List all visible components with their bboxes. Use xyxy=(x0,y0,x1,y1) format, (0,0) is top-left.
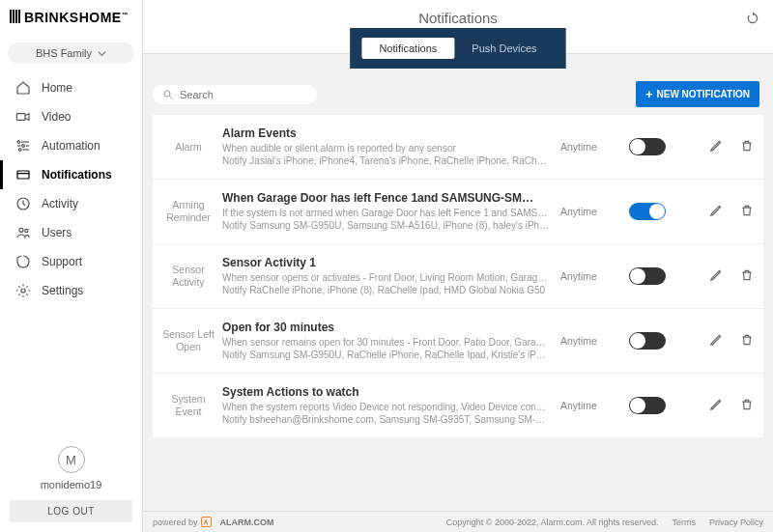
alarm-logo-text: ALARM.COM xyxy=(220,518,274,527)
sidebar-item-notifications[interactable]: Notifications xyxy=(0,160,142,189)
svg-rect-0 xyxy=(16,114,25,121)
search-input-wrap[interactable] xyxy=(153,85,317,104)
row-category: Alarm xyxy=(162,141,222,154)
delete-icon[interactable] xyxy=(740,268,754,285)
delete-icon[interactable] xyxy=(740,139,754,155)
notification-row: AlarmAlarm EventsWhen audible or silent … xyxy=(153,115,763,180)
automation-icon xyxy=(14,138,32,154)
sidebar-item-users[interactable]: Users xyxy=(0,218,142,247)
row-notify: Notify bsheehan@Brinkshome.com, Samsung … xyxy=(222,413,551,426)
sidebar-item-video[interactable]: Video xyxy=(0,102,142,131)
notification-row: System EventSystem Actions to watchWhen … xyxy=(153,374,763,437)
row-description: When sensor remains open for 30 minutes … xyxy=(222,336,551,349)
sidebar-item-support[interactable]: Support xyxy=(0,247,142,276)
notification-row: Sensor Left OpenOpen for 30 minutesWhen … xyxy=(153,309,763,374)
row-toggle[interactable] xyxy=(629,138,666,155)
row-title: When Garage Door has left Fence 1and SAM… xyxy=(222,191,551,205)
alarm-logo-mark: ∧ xyxy=(201,517,212,527)
row-toggle[interactable] xyxy=(629,267,666,285)
chevron-down-icon xyxy=(98,49,106,58)
svg-point-12 xyxy=(25,229,28,232)
system-selector[interactable]: BHS Family xyxy=(8,42,134,64)
activity-icon xyxy=(14,196,32,211)
sidebar-item-settings[interactable]: Settings xyxy=(0,276,142,305)
users-icon xyxy=(14,225,32,240)
svg-line-15 xyxy=(170,96,173,98)
notification-row: Arming ReminderWhen Garage Door has left… xyxy=(153,180,763,244)
row-schedule: Anytime xyxy=(560,335,609,347)
delete-icon[interactable] xyxy=(740,398,754,414)
row-title: Sensor Activity 1 xyxy=(222,256,551,269)
privacy-link[interactable]: Privacy Policy xyxy=(709,518,763,527)
row-category: Arming Reminder xyxy=(162,199,222,223)
username: monidemo19 xyxy=(41,479,102,490)
row-title: Open for 30 minutes xyxy=(222,321,551,334)
row-schedule: Anytime xyxy=(560,400,609,411)
sidebar-item-label: Support xyxy=(42,255,82,268)
sidebar-item-label: Video xyxy=(42,110,71,124)
row-category: Sensor Activity xyxy=(162,264,222,288)
row-description: When sensor opens or activates - Front D… xyxy=(222,271,551,284)
svg-point-11 xyxy=(19,228,23,232)
row-title: Alarm Events xyxy=(222,126,551,140)
row-description: When audible or silent alarm is reported… xyxy=(222,142,551,154)
search-input[interactable] xyxy=(180,89,296,100)
svg-point-14 xyxy=(164,91,170,97)
sidebar-item-home[interactable]: Home xyxy=(0,73,142,102)
system-name: BHS Family xyxy=(36,47,92,59)
sidebar-item-label: Notifications xyxy=(42,168,112,182)
delete-icon[interactable] xyxy=(740,204,754,220)
settings-icon xyxy=(14,283,32,298)
sidebar-item-label: Settings xyxy=(42,284,83,297)
terms-link[interactable]: Terms xyxy=(672,518,696,527)
tab-notifications[interactable]: Notifications xyxy=(361,38,454,59)
brand-text: BRINKSHOME xyxy=(24,10,122,25)
delete-icon[interactable] xyxy=(740,333,754,350)
tab-push-devices[interactable]: Push Devices xyxy=(454,38,554,59)
copyright: Copyright © 2000-2022, Alarm.com. All ri… xyxy=(446,518,659,527)
sidebar-item-label: Automation xyxy=(42,139,100,153)
row-schedule: Anytime xyxy=(560,206,609,217)
sidebar-item-label: Home xyxy=(42,81,72,95)
notification-row: Sensor ActivitySensor Activity 1When sen… xyxy=(153,244,763,309)
edit-icon[interactable] xyxy=(709,204,723,220)
avatar[interactable]: M xyxy=(58,446,85,473)
row-title: System Actions to watch xyxy=(222,385,551,399)
sidebar-item-automation[interactable]: Automation xyxy=(0,131,142,160)
support-icon xyxy=(14,254,32,269)
edit-icon[interactable] xyxy=(709,139,723,155)
logout-button[interactable]: LOG OUT xyxy=(10,500,132,522)
svg-point-6 xyxy=(18,149,21,152)
page-title: Notifications xyxy=(418,10,498,26)
video-icon xyxy=(14,109,32,125)
row-toggle[interactable] xyxy=(629,397,666,414)
edit-icon[interactable] xyxy=(709,268,723,285)
row-schedule: Anytime xyxy=(560,270,609,282)
svg-point-1 xyxy=(17,141,20,144)
row-toggle[interactable] xyxy=(629,203,666,220)
sidebar-item-activity[interactable]: Activity xyxy=(0,189,142,218)
row-description: If the system is not armed when Garage D… xyxy=(222,207,551,219)
edit-icon[interactable] xyxy=(709,398,723,414)
row-description: When the system reports Video Device not… xyxy=(222,401,551,413)
sidebar-item-label: Users xyxy=(42,226,72,239)
row-notify: Notify RaChelle iPhone, iPhone (8), RaCh… xyxy=(222,284,551,296)
edit-icon[interactable] xyxy=(709,333,723,350)
row-notify: Notify Samsung SM-G950U, RaChelle iPhone… xyxy=(222,349,551,361)
refresh-icon[interactable] xyxy=(746,12,759,28)
row-notify: Notify Jasial's iPhone, iPhone4, Tarena'… xyxy=(222,154,551,167)
new-notification-button[interactable]: + NEW NOTIFICATION xyxy=(636,81,759,107)
svg-point-3 xyxy=(22,145,25,148)
search-icon xyxy=(162,89,174,100)
brand-logo: BRINKSHOME™ xyxy=(0,0,142,35)
plus-icon: + xyxy=(645,87,653,101)
row-category: System Event xyxy=(162,393,222,417)
home-icon xyxy=(14,80,32,96)
footer: powered by ∧ ALARM.COM Copyright © 2000-… xyxy=(143,511,773,532)
svg-rect-8 xyxy=(17,171,29,179)
row-toggle[interactable] xyxy=(629,332,666,350)
row-schedule: Anytime xyxy=(560,141,609,153)
notifications-icon xyxy=(14,167,32,182)
sidebar-item-label: Activity xyxy=(42,197,78,210)
row-notify: Notify Samsung SM-G950U, Samsung SM-A516… xyxy=(222,219,551,232)
